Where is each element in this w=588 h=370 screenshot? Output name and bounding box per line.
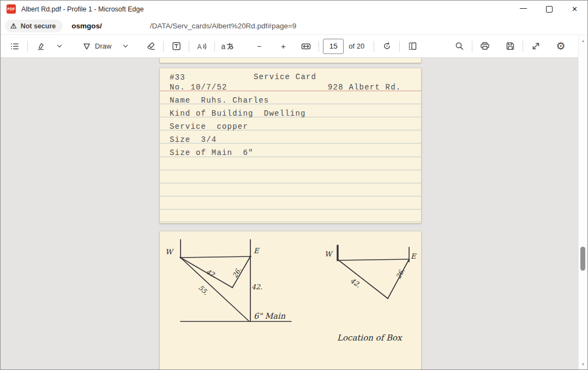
scroll-down-icon: ▼: [581, 362, 585, 366]
card-rule-line: [160, 183, 421, 183]
card-address: 928 Albert Rd.: [328, 83, 401, 92]
table-of-contents-icon: [10, 41, 20, 51]
url-path: /DATA/Serv_cards/Albert%20Rd.pdf#page=9: [150, 22, 297, 30]
browser-window: PDF Albert Rd.pdf - Profile 1 - Microsof…: [0, 0, 588, 370]
pdf-content: #33 Service Card No. 10/7/52 928 Albert …: [1, 58, 578, 370]
card-name-line: Name Ruhs. Charles: [170, 96, 269, 105]
add-text-button[interactable]: [167, 39, 185, 54]
card-date-line: No. 10/7/52: [170, 83, 227, 92]
card-rule-line: [160, 196, 421, 196]
card-rule-line: [160, 170, 421, 170]
west-label: W: [325, 250, 333, 258]
warning-icon: ⚠: [10, 22, 17, 29]
east-label: E: [411, 252, 417, 260]
settings-button[interactable]: ⚙: [552, 39, 569, 54]
card-main-line: Size of Main 6": [170, 148, 254, 157]
scrollbar-thumb[interactable]: [580, 247, 585, 271]
draw-dropdown-button[interactable]: [117, 39, 134, 54]
rotate-icon: [382, 41, 392, 51]
save-icon: [505, 41, 515, 51]
service-card: #33 Service Card No. 10/7/52 928 Albert …: [160, 68, 421, 223]
maximize-icon: [546, 6, 553, 13]
toolbar-divider: [319, 41, 319, 52]
read-aloud-button[interactable]: A: [193, 39, 211, 54]
eraser-icon: [146, 41, 156, 51]
add-text-icon: [171, 41, 182, 51]
card-rule-line: [160, 222, 421, 222]
scroll-down-button[interactable]: ▼: [579, 362, 587, 366]
read-aloud-icon: A: [196, 41, 207, 51]
scroll-up-button[interactable]: ▲: [579, 39, 587, 43]
minimize-button[interactable]: —: [511, 1, 536, 17]
fullscreen-button[interactable]: [527, 39, 544, 54]
not-secure-chip[interactable]: ⚠ Not secure: [5, 20, 63, 32]
card-building-line: Kind of Building Dwelling: [170, 109, 306, 118]
diagram-node: [179, 256, 181, 258]
zoom-out-button[interactable]: −: [250, 39, 268, 54]
fit-width-button[interactable]: [297, 39, 315, 54]
maximize-button[interactable]: [536, 1, 562, 17]
close-button[interactable]: ×: [562, 1, 587, 17]
zoom-in-button[interactable]: +: [274, 39, 292, 54]
highlighter-dropdown-button[interactable]: [51, 39, 68, 54]
scroll-up-icon: ▲: [581, 39, 585, 43]
toolbar-left-group: Draw: [6, 39, 421, 54]
pdf-file-icon: PDF: [7, 4, 16, 14]
toolbar-divider: [27, 41, 28, 52]
fit-width-icon: [301, 41, 311, 51]
translate-latin-letter: a: [221, 42, 225, 51]
save-button[interactable]: [501, 39, 519, 54]
translate-kana-icon: [226, 42, 234, 50]
draw-label: Draw: [95, 42, 111, 50]
west-label: W: [165, 248, 174, 256]
settings-gear-icon: ⚙: [556, 41, 565, 51]
eraser-button[interactable]: [142, 39, 159, 54]
pdf-toolbar: Draw: [1, 35, 578, 58]
card-service-line: Service copper: [170, 122, 248, 131]
east-label: E: [254, 247, 260, 255]
print-button[interactable]: [476, 39, 494, 54]
chevron-down-icon: [57, 44, 62, 48]
measurement-label: 26.: [394, 267, 406, 280]
diagram-card: W E 42. 26. 55. 42. 6" Main W E 42. 26. …: [160, 231, 421, 370]
pdf-main: Draw: [1, 35, 578, 370]
diagram-caption: Location of Box: [337, 333, 403, 343]
zoom-in-icon: +: [281, 42, 286, 50]
pdf-viewer: Draw: [1, 35, 587, 370]
highlighter-icon: [35, 41, 46, 51]
minimize-icon: —: [520, 4, 527, 12]
search-button[interactable]: [451, 39, 468, 54]
address-bar[interactable]: ⚠ Not secure osmgos/ /DATA/Serv_cards/Al…: [1, 17, 587, 35]
toolbar-divider: [163, 41, 164, 52]
toolbar-right-group: ⚙: [451, 39, 573, 54]
toolbar-divider: [374, 41, 374, 52]
card-size-line: Size 3/4: [170, 135, 217, 144]
url-text: osmgos/ /DATA/Serv_cards/Albert%20Rd.pdf…: [71, 22, 296, 30]
draw-button[interactable]: Draw: [80, 39, 115, 54]
measurement-label: 55.: [197, 284, 210, 296]
page-count-label: of 20: [349, 42, 364, 50]
url-host: osmgos/: [71, 22, 102, 30]
rotate-button[interactable]: [378, 39, 395, 54]
close-icon: ×: [572, 4, 578, 15]
zoom-out-icon: −: [257, 42, 262, 50]
page-view-button[interactable]: [404, 39, 421, 54]
card-title: Service Card: [254, 73, 316, 81]
translate-button[interactable]: a: [219, 39, 236, 54]
titlebar: PDF Albert Rd.pdf - Profile 1 - Microsof…: [1, 1, 587, 17]
toolbar-divider: [189, 41, 189, 52]
page-view-icon: [407, 41, 418, 51]
highlighter-button[interactable]: [32, 39, 49, 54]
card-number: #33: [170, 73, 185, 82]
vertical-scrollbar[interactable]: ▲ ▼: [578, 35, 587, 370]
measurement-label: 26.: [231, 266, 243, 279]
chevron-down-icon: [123, 44, 128, 48]
read-aloud-letter: A: [197, 43, 202, 50]
window-controls: — ×: [511, 1, 587, 17]
security-label: Not secure: [21, 22, 56, 30]
table-of-contents-button[interactable]: [6, 39, 23, 54]
card-rule-line: [160, 209, 421, 210]
page-number-input[interactable]: [323, 39, 344, 54]
draw-pen-icon: [82, 41, 92, 51]
toolbar-divider: [214, 41, 215, 52]
